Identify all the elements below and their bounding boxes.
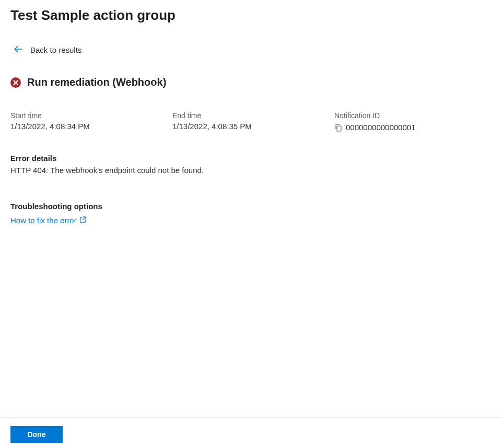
error-details-message: HTTP 404: The webhook's endpoint could n… [10, 166, 492, 175]
error-details-block: Error details HTTP 404: The webhook's en… [10, 154, 492, 175]
external-link-icon [79, 216, 87, 225]
start-time-block: Start time 1/13/2022, 4:08:34 PM [10, 111, 172, 134]
page-title: Test Sample action group [10, 7, 492, 24]
how-to-fix-link[interactable]: How to fix the error [10, 216, 87, 225]
svg-line-3 [83, 216, 86, 220]
start-time-label: Start time [10, 111, 172, 120]
back-to-results-label: Back to results [30, 45, 81, 54]
end-time-label: End time [172, 111, 334, 120]
footer-bar: Done [0, 417, 502, 448]
metadata-grid: Start time 1/13/2022, 4:08:34 PM End tim… [10, 111, 492, 134]
done-button[interactable]: Done [10, 426, 63, 443]
error-details-heading: Error details [10, 154, 492, 163]
copy-icon[interactable] [334, 123, 343, 132]
troubleshooting-block: Troubleshooting options How to fix the e… [10, 202, 492, 226]
notification-id-block: Notification ID 0000000000000001 [334, 111, 492, 134]
error-icon [10, 77, 21, 88]
troubleshooting-heading: Troubleshooting options [10, 202, 492, 211]
end-time-value: 1/13/2022, 4:08:35 PM [172, 122, 334, 131]
back-to-results-link[interactable]: Back to results [14, 44, 81, 55]
how-to-fix-label: How to fix the error [10, 216, 77, 225]
end-time-block: End time 1/13/2022, 4:08:35 PM [172, 111, 334, 134]
status-label: Run remediation (Webhook) [27, 76, 166, 88]
svg-rect-2 [337, 126, 341, 131]
status-heading: Run remediation (Webhook) [10, 76, 492, 88]
notification-id-label: Notification ID [334, 111, 492, 120]
start-time-value: 1/13/2022, 4:08:34 PM [10, 122, 172, 131]
arrow-left-icon [14, 44, 23, 55]
notification-id-value: 0000000000000001 [346, 123, 415, 132]
